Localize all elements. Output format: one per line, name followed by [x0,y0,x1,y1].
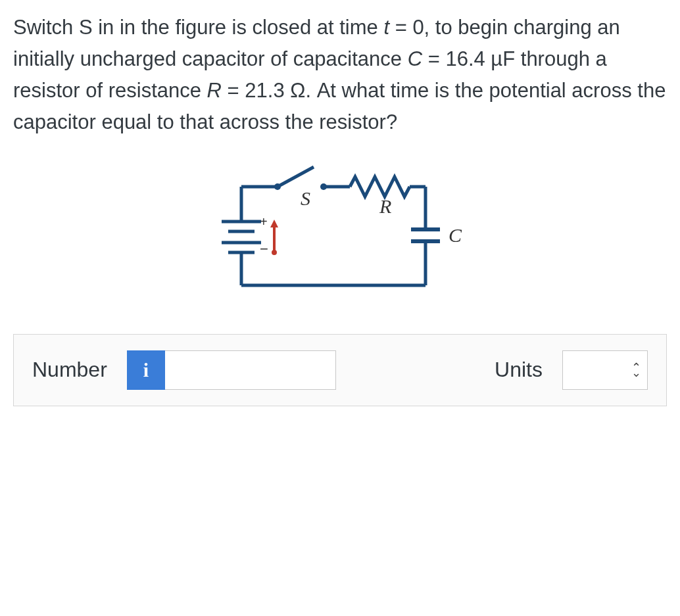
label-minus: − [260,241,268,257]
q-part-1a: Switch S in in the figure is closed at t… [13,16,383,39]
var-c: C [408,47,422,70]
circuit-diagram: S R C + − [13,154,667,308]
units-select[interactable]: ⌃⌄ [562,350,648,390]
label-s: S [301,187,310,209]
question-text: Switch S in in the figure is closed at t… [13,12,667,138]
answer-panel: Number i Units ⌃⌄ [13,334,667,406]
info-button[interactable]: i [127,350,165,390]
number-label: Number [32,354,107,387]
info-icon: i [143,359,149,381]
svg-point-19 [272,250,277,255]
var-r: R [207,79,222,102]
var-t: t [383,16,389,39]
chevron-updown-icon: ⌃⌄ [631,365,641,375]
svg-line-9 [278,167,314,187]
units-label: Units [495,354,543,387]
label-c: C [449,224,462,246]
label-plus: + [260,214,268,229]
number-input[interactable] [165,350,336,390]
label-r: R [379,195,391,217]
svg-marker-18 [270,220,278,227]
